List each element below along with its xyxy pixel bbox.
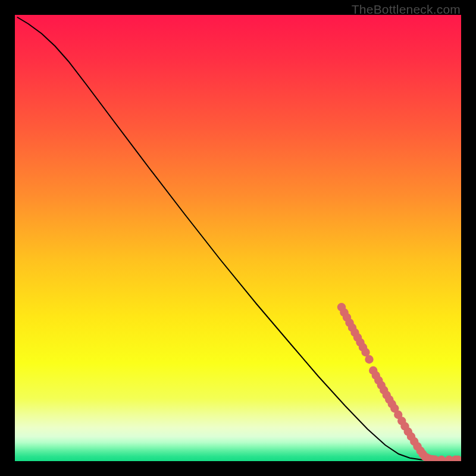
data-point xyxy=(365,355,373,364)
highlighted-points xyxy=(337,303,461,461)
bottleneck-curve xyxy=(17,17,461,460)
data-point xyxy=(437,456,446,461)
chart-svg xyxy=(15,15,461,461)
chart-frame: TheBottleneck.com xyxy=(0,0,476,476)
plot-area xyxy=(15,15,461,461)
